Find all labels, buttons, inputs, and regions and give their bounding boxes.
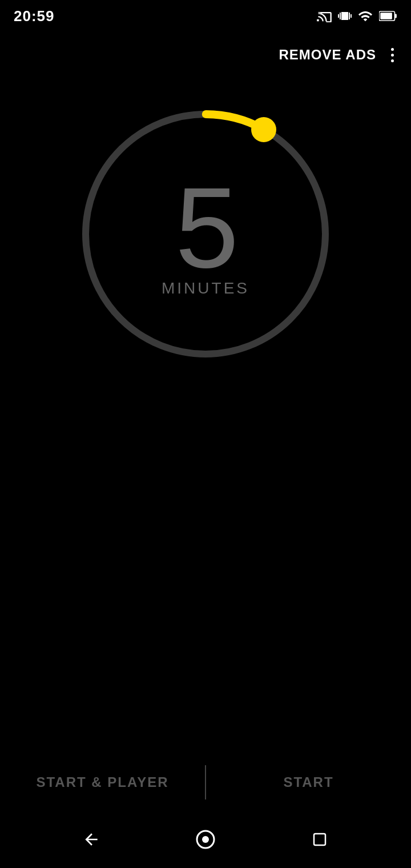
timer-unit: MINUTES [162,279,249,298]
home-button[interactable] [183,822,228,857]
cast-icon [316,10,332,22]
more-options-button[interactable] [388,45,397,66]
vibrate-icon [338,9,352,23]
svg-point-4 [202,836,209,843]
timer-container: 5 MINUTES [74,103,337,365]
timer-display: 5 MINUTES [162,171,249,298]
more-dot-1 [391,48,394,51]
svg-rect-2 [380,13,392,19]
status-time: 20:59 [14,7,55,25]
svg-rect-5 [314,834,325,845]
start-button[interactable]: START [206,754,411,811]
nav-bar [0,811,411,868]
timer-knob [251,117,276,142]
recents-icon [311,831,328,848]
start-and-player-button[interactable]: START & PLAYER [0,754,205,811]
back-button[interactable] [68,822,114,857]
more-dot-3 [391,59,394,62]
recents-button[interactable] [297,822,342,857]
status-icons [316,9,397,23]
more-dot-2 [391,54,394,57]
back-icon [82,830,100,849]
remove-ads-button[interactable]: REMOVE ADS [279,47,376,63]
bottom-bar: START & PLAYER START [0,754,411,811]
action-bar: REMOVE ADS [0,32,411,78]
timer-value: 5 [175,171,236,285]
home-icon [195,829,216,850]
wifi-icon [357,10,373,22]
battery-icon [379,10,397,22]
svg-rect-1 [394,14,396,18]
status-bar: 20:59 [0,0,411,32]
